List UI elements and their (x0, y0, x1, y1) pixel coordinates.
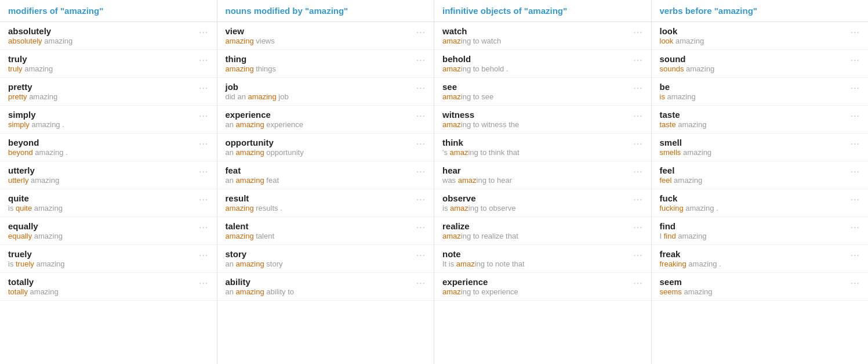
entry-word[interactable]: opportunity (226, 138, 412, 147)
entry-word[interactable]: feat (226, 165, 412, 175)
entry-menu-dots[interactable]: ··· (633, 138, 642, 149)
entry-word[interactable]: beyond (8, 138, 194, 147)
entry-word[interactable]: talent (226, 221, 412, 231)
entry-word[interactable]: story (226, 249, 412, 259)
entry-content: fuckfucking amazing . (660, 193, 846, 212)
entry-word[interactable]: simply (8, 110, 194, 120)
entry-menu-dots[interactable]: ··· (199, 82, 208, 93)
entry-menu-dots[interactable]: ··· (851, 138, 860, 149)
entry-content: equallyequally amazing (8, 221, 194, 240)
entry-phrase: is amazing to observe (442, 204, 629, 212)
entry-word[interactable]: freak (660, 249, 846, 259)
entry-word[interactable]: witness (442, 110, 629, 120)
entry-word[interactable]: truely (8, 249, 194, 259)
entry-word[interactable]: taste (660, 110, 846, 120)
entry-word[interactable]: absolutely (8, 26, 194, 36)
entry-menu-dots[interactable]: ··· (851, 54, 860, 66)
entry-menu-dots[interactable]: ··· (851, 221, 860, 233)
entry-word[interactable]: find (660, 221, 846, 231)
entry-word[interactable]: view (226, 26, 412, 36)
entry-word[interactable]: look (660, 26, 846, 36)
list-item: feelfeel amazing··· (652, 161, 869, 189)
entry-word[interactable]: equally (8, 221, 194, 231)
entry-menu-dots[interactable]: ··· (851, 26, 860, 38)
entry-menu-dots[interactable]: ··· (199, 110, 208, 121)
entry-phrase: an amazing experience (226, 120, 412, 129)
entry-menu-dots[interactable]: ··· (199, 249, 208, 261)
entry-phrase: an amazing opportunity (226, 148, 412, 157)
entry-phrase: 's amazing to think that (442, 148, 629, 157)
entry-content: experienceamazing to experience (442, 277, 629, 296)
entry-word[interactable]: job (226, 82, 412, 92)
entry-menu-dots[interactable]: ··· (416, 277, 426, 289)
entry-menu-dots[interactable]: ··· (416, 54, 426, 66)
entry-word[interactable]: think (442, 138, 629, 147)
entry-word[interactable]: pretty (8, 82, 194, 92)
list-item: trulytruly amazing··· (0, 50, 217, 78)
entry-word[interactable]: result (226, 193, 412, 203)
entry-word[interactable]: observe (442, 193, 629, 203)
entry-menu-dots[interactable]: ··· (633, 193, 642, 205)
entry-menu-dots[interactable]: ··· (199, 165, 208, 177)
entry-word[interactable]: thing (226, 54, 412, 64)
entry-word[interactable]: seem (660, 277, 846, 287)
list-item: looklook amazing··· (652, 22, 869, 50)
entry-word[interactable]: behold (442, 54, 629, 64)
entry-word[interactable]: ability (226, 277, 412, 287)
entry-menu-dots[interactable]: ··· (633, 82, 642, 93)
entry-word[interactable]: truly (8, 54, 194, 64)
entry-word[interactable]: feel (660, 165, 846, 175)
entry-menu-dots[interactable]: ··· (851, 110, 860, 121)
entry-word[interactable]: watch (442, 26, 629, 36)
column-header-modifiers: modifiers of "amazing" (0, 0, 217, 22)
entry-word[interactable]: note (442, 249, 629, 259)
entry-word[interactable]: smell (660, 138, 846, 147)
list-item: prettypretty amazing··· (0, 78, 217, 106)
entry-phrase: look amazing (660, 37, 846, 45)
entry-menu-dots[interactable]: ··· (851, 82, 860, 93)
entry-menu-dots[interactable]: ··· (416, 221, 426, 233)
entry-word[interactable]: quite (8, 193, 194, 203)
entry-menu-dots[interactable]: ··· (416, 193, 426, 205)
entry-menu-dots[interactable]: ··· (851, 277, 860, 289)
entry-menu-dots[interactable]: ··· (633, 54, 642, 66)
entry-menu-dots[interactable]: ··· (416, 26, 426, 38)
entry-menu-dots[interactable]: ··· (416, 138, 426, 149)
entry-phrase: I find amazing (660, 232, 846, 240)
entry-content: hearwas amazing to hear (442, 165, 629, 185)
entry-menu-dots[interactable]: ··· (416, 110, 426, 121)
entry-menu-dots[interactable]: ··· (199, 26, 208, 38)
entry-word[interactable]: utterly (8, 165, 194, 175)
entry-menu-dots[interactable]: ··· (633, 165, 642, 177)
entry-phrase: taste amazing (660, 120, 846, 129)
entry-menu-dots[interactable]: ··· (199, 54, 208, 66)
entry-menu-dots[interactable]: ··· (633, 277, 642, 289)
entry-menu-dots[interactable]: ··· (199, 193, 208, 205)
entry-menu-dots[interactable]: ··· (199, 221, 208, 233)
entry-menu-dots[interactable]: ··· (416, 249, 426, 261)
entry-word[interactable]: experience (226, 110, 412, 120)
entry-word[interactable]: realize (442, 221, 629, 231)
entry-menu-dots[interactable]: ··· (633, 110, 642, 121)
entry-menu-dots[interactable]: ··· (416, 165, 426, 177)
list-item: beis amazing··· (652, 78, 869, 106)
entry-word[interactable]: totally (8, 277, 194, 287)
entry-menu-dots[interactable]: ··· (199, 277, 208, 289)
entry-menu-dots[interactable]: ··· (416, 82, 426, 93)
entry-menu-dots[interactable]: ··· (633, 221, 642, 233)
entry-menu-dots[interactable]: ··· (633, 26, 642, 38)
list-item: tastetaste amazing··· (652, 106, 869, 134)
entry-menu-dots[interactable]: ··· (633, 249, 642, 261)
entry-content: witnessamazing to witness the (442, 110, 629, 129)
entry-word[interactable]: experience (442, 277, 629, 287)
entry-word[interactable]: see (442, 82, 629, 92)
entry-word[interactable]: fuck (660, 193, 846, 203)
entry-menu-dots[interactable]: ··· (851, 165, 860, 177)
entry-word[interactable]: hear (442, 165, 629, 175)
entry-word[interactable]: sound (660, 54, 846, 64)
entry-menu-dots[interactable]: ··· (851, 193, 860, 205)
entry-menu-dots[interactable]: ··· (199, 138, 208, 149)
entry-word[interactable]: be (660, 82, 846, 92)
column-modifiers: modifiers of "amazing"absolutelyabsolute… (0, 0, 217, 364)
entry-menu-dots[interactable]: ··· (851, 249, 860, 261)
